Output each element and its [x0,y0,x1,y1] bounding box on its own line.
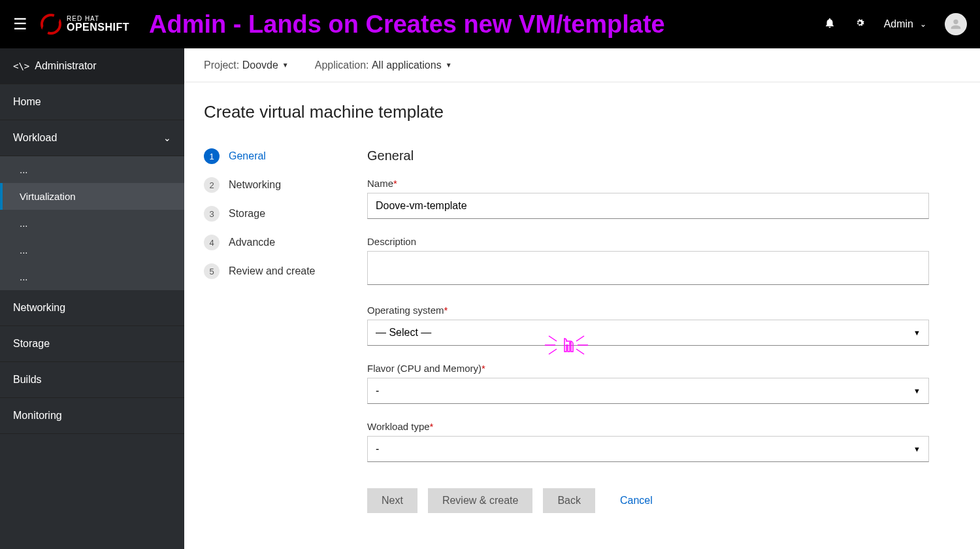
caret-down-icon: ▼ [282,61,289,69]
button-row: Next Review & create Back Cancel [367,488,929,513]
hamburger-icon[interactable]: ☰ [13,15,27,33]
logo-text-bottom: OPENSHIFT [67,22,129,33]
description-label: Description [367,236,929,247]
breadcrumb-bar: Project: Doovde ▼ Application: All appli… [184,48,980,82]
workload-select[interactable]: - ▼ [367,436,929,462]
user-menu[interactable]: Admin ⌄ [884,18,926,30]
svg-line-3 [549,349,557,354]
step-num: 5 [204,263,220,279]
step-label: Review and create [229,265,316,277]
sidebar-item-networking[interactable]: Networking [0,290,184,326]
gear-icon[interactable] [854,17,866,32]
caret-down-icon: ▼ [913,387,921,395]
application-selector[interactable]: All applications ▼ [372,59,452,71]
user-label: Admin [884,18,913,30]
cancel-button[interactable]: Cancel [606,488,667,513]
step-networking[interactable]: 2 Networking [204,177,335,193]
caret-down-icon: ▼ [913,445,921,453]
content: Project: Doovde ▼ Application: All appli… [184,48,980,549]
sidebar-subitem-1[interactable]: ... [0,156,184,183]
topbar: ☰ RED HAT OPENSHIFT Admin - Lands on Cre… [0,0,980,48]
workload-label: Workload type* [367,421,929,432]
form-heading: General [367,148,929,163]
step-general[interactable]: 1 General [204,148,335,164]
step-num: 1 [204,148,220,164]
caret-down-icon: ▼ [913,329,921,337]
flavor-select[interactable]: - ▼ [367,378,929,404]
sidebar-item-storage[interactable]: Storage [0,326,184,362]
sidebar-subitem-3[interactable]: ... [0,210,184,237]
step-label: Networking [229,179,281,191]
step-storage[interactable]: 3 Storage [204,206,335,222]
logo[interactable]: RED HAT OPENSHIFT [41,14,129,35]
sidebar-subitem-5[interactable]: ... [0,263,184,290]
os-select[interactable]: — Select — ▼ [367,320,929,346]
workload-value: - [376,443,379,455]
description-input[interactable] [367,251,929,285]
sidebar: <\> Administrator Home Workload ⌄ ... Vi… [0,48,184,549]
chevron-down-icon: ⌄ [920,20,926,29]
step-label: Storage [229,208,265,220]
step-label: Advancde [229,237,275,248]
flavor-label: Flavor (CPU and Memory)* [367,363,929,374]
sidebar-item-monitoring[interactable]: Monitoring [0,398,184,434]
os-label: Operating system* [367,305,929,316]
sidebar-subitem-4[interactable]: ... [0,237,184,263]
main-title: Create virtual machine template [204,102,960,122]
step-review[interactable]: 5 Review and create [204,263,335,279]
sidebar-item-home[interactable]: Home [0,84,184,120]
step-num: 4 [204,235,220,250]
sidebar-item-workload[interactable]: Workload ⌄ [0,120,184,156]
avatar[interactable] [945,13,967,35]
sidebar-workload-label: Workload [13,132,57,144]
wizard-steps: 1 General 2 Networking 3 Storage 4 Advan… [204,148,335,513]
name-label: Name* [367,178,929,189]
bell-icon[interactable] [824,17,836,32]
code-icon: <\> [13,61,29,71]
step-num: 2 [204,177,220,193]
sidebar-item-builds[interactable]: Builds [0,362,184,398]
application-value: All applications [372,59,442,71]
sidebar-role-label: Administrator [35,60,96,72]
step-label: General [229,150,266,162]
project-value: Doovde [242,59,278,71]
project-label: Project: [204,59,239,71]
name-input[interactable] [367,193,929,219]
application-label: Application: [315,59,369,71]
redhat-logo-icon [41,14,61,35]
chevron-down-icon: ⌄ [163,133,171,143]
os-value: — Select — [376,327,431,339]
caret-down-icon: ▼ [446,61,452,69]
flavor-value: - [376,385,379,397]
sidebar-subitem-virtualization[interactable]: Virtualization [0,183,184,210]
step-advanced[interactable]: 4 Advancde [204,235,335,250]
svg-line-5 [576,349,584,354]
page-title: Admin - Lands on Creates new VM/template [149,10,824,39]
next-button[interactable]: Next [367,488,417,513]
step-num: 3 [204,206,220,222]
sidebar-role[interactable]: <\> Administrator [0,48,184,84]
review-create-button[interactable]: Review & create [428,488,533,513]
form-area: General Name* Description Operating s [367,148,929,513]
back-button[interactable]: Back [543,488,595,513]
project-selector[interactable]: Doovde ▼ [242,59,289,71]
